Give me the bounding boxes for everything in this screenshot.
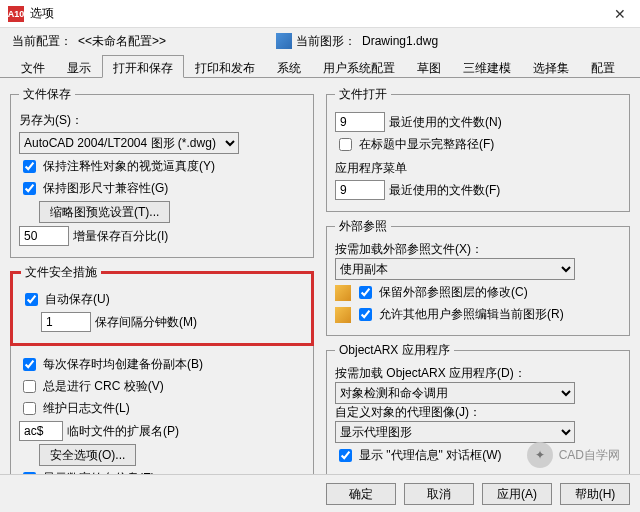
tab-print[interactable]: 打印和发布	[184, 55, 266, 78]
crc-checkbox[interactable]	[23, 380, 36, 393]
tab-3d[interactable]: 三维建模	[452, 55, 522, 78]
wechat-icon: ✦	[527, 442, 553, 468]
proxy-dialog-label: 显示 "代理信息" 对话框(W)	[359, 447, 502, 464]
arx-legend: ObjectARX 应用程序	[335, 342, 454, 359]
file-save-group: 文件保存 另存为(S)： AutoCAD 2004/LT2004 图形 (*.d…	[10, 86, 314, 258]
arx-load-label: 按需加载 ObjectARX 应用程序(D)：	[335, 365, 621, 382]
appmenu-recent-label: 最近使用的文件数(F)	[389, 182, 500, 199]
current-drawing-label: 当前图形：	[296, 33, 356, 50]
incremental-save-label: 增量保存百分比(I)	[73, 228, 168, 245]
tab-selection[interactable]: 选择集	[522, 55, 580, 78]
backup-label: 每次保存时均创建备份副本(B)	[43, 356, 203, 373]
thumbnail-settings-button[interactable]: 缩略图预览设置(T)...	[39, 201, 170, 223]
autosave-interval-input[interactable]	[41, 312, 91, 332]
appmenu-recent-input[interactable]	[335, 180, 385, 200]
xref-allow-edit-label: 允许其他用户参照编辑当前图形(R)	[379, 306, 564, 323]
tab-user[interactable]: 用户系统配置	[312, 55, 406, 78]
recent-files-label: 最近使用的文件数(N)	[389, 114, 502, 131]
backup-checkbox[interactable]	[23, 358, 36, 371]
autosave-checkbox[interactable]	[25, 293, 38, 306]
xref-retain-label: 保留外部参照图层的修改(C)	[379, 284, 528, 301]
app-icon: A10	[8, 6, 24, 22]
autosave-interval-label: 保存间隔分钟数(M)	[95, 314, 197, 331]
current-profile-label: 当前配置：	[12, 33, 72, 50]
xref-icon	[335, 307, 351, 323]
tab-open-save[interactable]: 打开和保存	[102, 55, 184, 78]
apply-button[interactable]: 应用(A)	[482, 483, 552, 505]
xref-group: 外部参照 按需加载外部参照文件(X)： 使用副本 保留外部参照图层的修改(C) …	[326, 218, 630, 336]
tab-system[interactable]: 系统	[266, 55, 312, 78]
file-open-legend: 文件打开	[335, 86, 391, 103]
saveas-label: 另存为(S)：	[19, 112, 83, 129]
xref-load-label: 按需加载外部参照文件(X)：	[335, 241, 621, 258]
tab-profiles[interactable]: 配置	[580, 55, 626, 78]
recent-files-input[interactable]	[335, 112, 385, 132]
help-button[interactable]: 帮助(H)	[560, 483, 630, 505]
temp-ext-label: 临时文件的扩展名(P)	[67, 423, 179, 440]
tab-display[interactable]: 显示	[56, 55, 102, 78]
current-profile-value: <<未命名配置>>	[78, 33, 166, 50]
close-icon[interactable]: ✕	[608, 6, 632, 22]
tab-bar: 文件 显示 打开和保存 打印和发布 系统 用户系统配置 草图 三维建模 选择集 …	[0, 54, 640, 78]
xref-retain-checkbox[interactable]	[359, 286, 372, 299]
safety-group-highlight: 文件安全措施 自动保存(U) 保存间隔分钟数(M)	[10, 264, 314, 346]
incremental-save-input[interactable]	[19, 226, 69, 246]
app-menu-label: 应用程序菜单	[335, 160, 621, 177]
log-label: 维护日志文件(L)	[43, 400, 130, 417]
drawing-icon	[276, 33, 292, 49]
file-open-group: 文件打开 最近使用的文件数(N) 在标题中显示完整路径(F) 应用程序菜单 最近…	[326, 86, 630, 212]
cancel-button[interactable]: 取消	[404, 483, 474, 505]
arx-proxy-select[interactable]: 显示代理图形	[335, 421, 575, 443]
current-drawing-value: Drawing1.dwg	[362, 34, 438, 48]
keep-annotative-checkbox[interactable]	[23, 160, 36, 173]
watermark: ✦ CAD自学网	[527, 442, 620, 468]
security-options-button[interactable]: 安全选项(O)...	[39, 444, 136, 466]
ok-button[interactable]: 确定	[326, 483, 396, 505]
window-title: 选项	[30, 5, 608, 22]
autosave-label: 自动保存(U)	[45, 291, 110, 308]
safety-legend: 文件安全措施	[21, 264, 101, 281]
fullpath-label: 在标题中显示完整路径(F)	[359, 136, 494, 153]
keep-annotative-label: 保持注释性对象的视觉逼真度(Y)	[43, 158, 215, 175]
xref-icon	[335, 285, 351, 301]
xref-allow-edit-checkbox[interactable]	[359, 308, 372, 321]
proxy-dialog-checkbox[interactable]	[339, 449, 352, 462]
tab-file[interactable]: 文件	[10, 55, 56, 78]
tab-drafting[interactable]: 草图	[406, 55, 452, 78]
arx-proxy-label: 自定义对象的代理图像(J)：	[335, 404, 621, 421]
xref-legend: 外部参照	[335, 218, 391, 235]
file-save-legend: 文件保存	[19, 86, 75, 103]
temp-ext-input[interactable]	[19, 421, 63, 441]
fullpath-checkbox[interactable]	[339, 138, 352, 151]
arx-load-select[interactable]: 对象检测和命令调用	[335, 382, 575, 404]
saveas-format-select[interactable]: AutoCAD 2004/LT2004 图形 (*.dwg)	[19, 132, 239, 154]
keep-size-checkbox[interactable]	[23, 182, 36, 195]
xref-load-select[interactable]: 使用副本	[335, 258, 575, 280]
crc-label: 总是进行 CRC 校验(V)	[43, 378, 164, 395]
log-checkbox[interactable]	[23, 402, 36, 415]
keep-size-label: 保持图形尺寸兼容性(G)	[43, 180, 168, 197]
